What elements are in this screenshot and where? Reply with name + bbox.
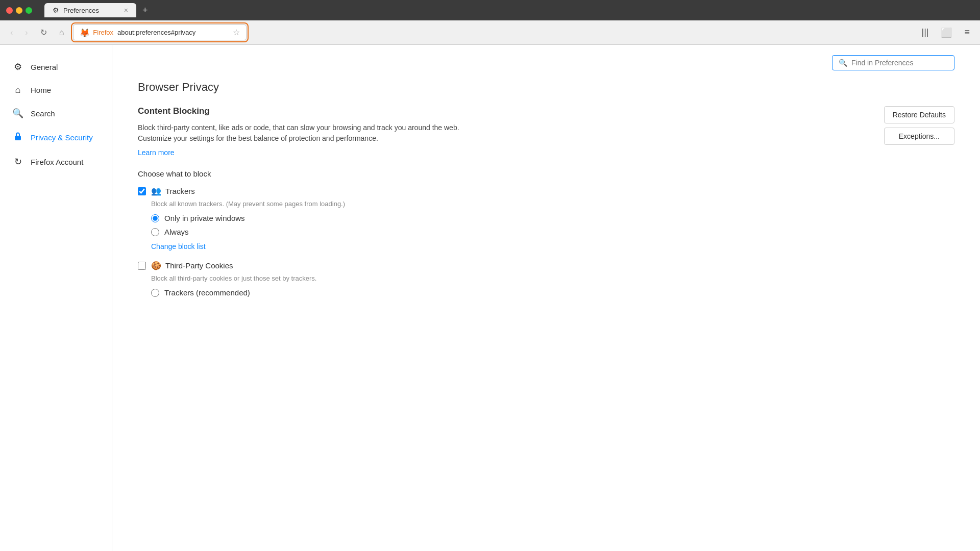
preferences-tab[interactable]: ⚙ Preferences × — [44, 3, 136, 17]
url-text: about:preferences#privacy — [117, 29, 229, 36]
title-bar: ⚙ Preferences × + — [0, 0, 980, 20]
gear-icon: ⚙ — [12, 61, 23, 72]
sidebar-item-search[interactable]: 🔍 Search — [0, 102, 112, 125]
trackers-private-label: Only in private windows — [164, 214, 245, 222]
trackers-private-only-row: Only in private windows — [151, 214, 954, 222]
close-button[interactable] — [6, 7, 13, 14]
svg-rect-0 — [15, 136, 21, 140]
learn-more-link[interactable]: Learn more — [138, 148, 175, 157]
firefox-logo-icon: 🦊 — [80, 28, 89, 37]
sidebar-item-home[interactable]: ⌂ Home — [0, 79, 112, 102]
content-blocking-buttons: Restore Defaults Exceptions... — [884, 106, 954, 157]
tab-bar: ⚙ Preferences × + — [44, 3, 152, 18]
sidebar: ⚙ General ⌂ Home 🔍 Search Privacy & Secu… — [0, 45, 112, 551]
new-tab-button[interactable]: + — [138, 3, 152, 18]
search-icon: 🔍 — [12, 108, 23, 119]
trackers-icon: 👥 — [151, 186, 161, 196]
sidebar-item-privacy[interactable]: Privacy & Security — [0, 125, 112, 150]
trackers-always-row: Always — [151, 228, 954, 236]
url-bar[interactable]: 🦊 Firefox about:preferences#privacy ☆ — [73, 24, 247, 40]
third-party-text: Third-Party Cookies — [165, 261, 233, 270]
trackers-checkbox[interactable] — [138, 187, 146, 195]
third-party-checkbox-row: 🍪 Third-Party Cookies — [138, 261, 954, 270]
tab-label: Preferences — [63, 7, 99, 14]
nav-bar: ‹ › ↻ ⌂ 🦊 Firefox about:preferences#priv… — [0, 20, 980, 45]
sidebar-item-account[interactable]: ↻ Firefox Account — [0, 150, 112, 173]
reload-button[interactable]: ↻ — [36, 24, 51, 40]
home-icon: ⌂ — [12, 85, 23, 95]
firefox-label: Firefox — [93, 29, 113, 36]
content-blocking-desc: Block third-party content, like ads or c… — [138, 122, 485, 144]
menu-button[interactable]: ≡ — [960, 24, 974, 41]
cookies-description: Block all third-party cookies or just th… — [151, 274, 954, 282]
trackers-radio-group: Only in private windows Always — [151, 214, 954, 236]
change-block-list-link[interactable]: Change block list — [151, 242, 954, 251]
find-prefs-wrapper[interactable]: 🔍 — [832, 55, 954, 70]
url-bar-highlight: 🦊 Firefox about:preferences#privacy ☆ — [72, 23, 248, 41]
trackers-text: Trackers — [165, 187, 195, 195]
forward-button[interactable]: › — [21, 25, 32, 40]
choose-block-label: Choose what to block — [138, 169, 954, 178]
content-blocking-top: Content Blocking Block third-party conte… — [138, 106, 954, 157]
third-party-checkbox[interactable] — [138, 262, 146, 270]
trackers-label: 👥 Trackers — [151, 186, 195, 196]
third-party-cookies-section: 🍪 Third-Party Cookies Block all third-pa… — [138, 261, 954, 297]
content-blocking-title: Content Blocking — [138, 106, 851, 116]
cookies-recommended-radio[interactable] — [151, 289, 159, 297]
trackers-section: 👥 Trackers Block all known trackers. (Ma… — [138, 186, 954, 251]
minimize-button[interactable] — [16, 7, 22, 14]
content-blocking-section: Content Blocking Block third-party conte… — [138, 106, 954, 297]
bookmark-star-icon[interactable]: ☆ — [233, 28, 240, 37]
find-prefs-input[interactable] — [851, 59, 948, 67]
sidebar-item-general[interactable]: ⚙ General — [0, 55, 112, 79]
find-prefs-container: 🔍 — [138, 55, 954, 70]
main-content: ⚙ General ⌂ Home 🔍 Search Privacy & Secu… — [0, 45, 980, 551]
trackers-always-label: Always — [164, 228, 189, 236]
trackers-checkbox-row: 👥 Trackers — [138, 186, 954, 196]
content-blocking-text: Content Blocking Block third-party conte… — [138, 106, 851, 157]
sidebar-item-home-label: Home — [31, 86, 51, 94]
cookies-radio-group: Trackers (recommended) — [151, 288, 954, 297]
home-button[interactable]: ⌂ — [55, 25, 68, 40]
cookies-trackers-row: Trackers (recommended) — [151, 288, 954, 297]
sidebar-item-search-label: Search — [31, 109, 55, 118]
bookmarks-button[interactable]: ||| — [917, 24, 933, 41]
maximize-button[interactable] — [26, 7, 32, 14]
exceptions-button[interactable]: Exceptions... — [884, 128, 954, 145]
restore-defaults-button[interactable]: Restore Defaults — [884, 106, 954, 123]
content-area: 🔍 Browser Privacy Content Blocking Block… — [112, 45, 980, 551]
tab-close-icon[interactable]: × — [124, 6, 128, 14]
third-party-label: 🍪 Third-Party Cookies — [151, 261, 233, 270]
back-button[interactable]: ‹ — [6, 25, 17, 40]
find-search-icon: 🔍 — [839, 59, 847, 67]
layout-button[interactable]: ⬜ — [937, 24, 956, 41]
lock-icon — [12, 131, 23, 144]
sidebar-item-general-label: General — [31, 63, 58, 71]
trackers-description: Block all known trackers. (May prevent s… — [151, 200, 954, 208]
cookies-recommended-label: Trackers (recommended) — [164, 288, 250, 297]
sidebar-item-privacy-label: Privacy & Security — [31, 133, 93, 142]
cookies-icon: 🍪 — [151, 261, 161, 270]
tab-gear-icon: ⚙ — [53, 6, 59, 14]
trackers-always-radio[interactable] — [151, 228, 159, 236]
trackers-private-radio[interactable] — [151, 214, 159, 222]
traffic-lights — [6, 7, 32, 14]
sidebar-item-account-label: Firefox Account — [31, 158, 83, 166]
page-title: Browser Privacy — [138, 81, 954, 94]
sync-icon: ↻ — [12, 156, 23, 167]
